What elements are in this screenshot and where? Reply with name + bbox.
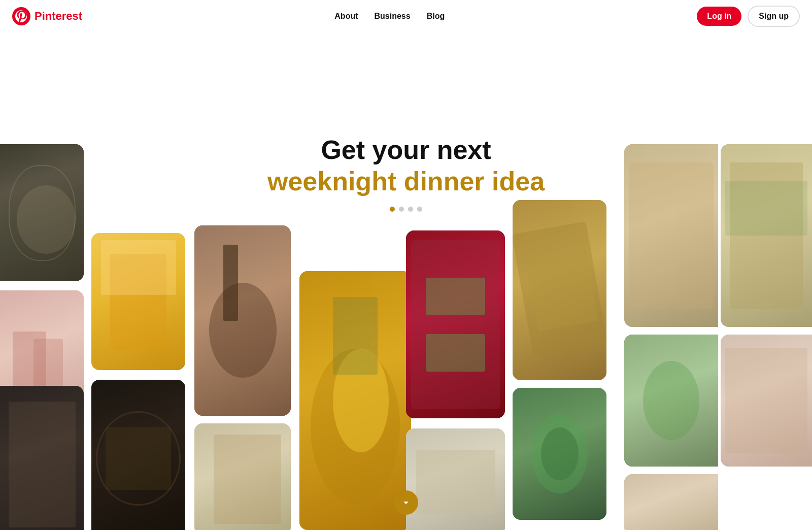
hero-subtitle: weeknight dinner idea xyxy=(267,165,545,197)
svg-point-0 xyxy=(12,7,30,25)
nav-buttons: Log in Sign up xyxy=(697,6,800,27)
food-card xyxy=(91,233,185,370)
nav-links: About Business Blog xyxy=(334,12,445,21)
hero-title: Get your next xyxy=(267,134,545,165)
food-card xyxy=(624,474,718,530)
dot-3[interactable] xyxy=(408,207,413,212)
food-card xyxy=(0,386,84,530)
food-card xyxy=(624,335,718,467)
header: Pinterest About Business Blog Log in Sig… xyxy=(0,0,812,32)
signup-button[interactable]: Sign up xyxy=(748,6,800,27)
food-card xyxy=(406,230,505,418)
food-card xyxy=(513,388,606,520)
nav-blog[interactable]: Blog xyxy=(427,12,445,21)
dot-1[interactable] xyxy=(390,207,395,212)
logo[interactable]: Pinterest xyxy=(12,7,82,25)
food-card xyxy=(194,423,291,530)
hero-dots xyxy=(267,207,545,212)
nav-about[interactable]: About xyxy=(334,12,358,21)
food-card xyxy=(721,144,812,327)
nav-business[interactable]: Business xyxy=(375,12,411,21)
food-card xyxy=(0,144,84,281)
food-card xyxy=(406,428,505,530)
hero-text-block: Get your next weeknight dinner idea xyxy=(267,134,545,212)
food-card xyxy=(721,335,812,467)
dot-2[interactable] xyxy=(399,207,404,212)
food-card xyxy=(624,144,718,327)
food-card xyxy=(299,271,411,530)
food-card xyxy=(513,200,606,380)
login-button[interactable]: Log in xyxy=(697,7,741,26)
pinterest-logo-icon xyxy=(12,7,30,25)
food-card xyxy=(91,380,185,530)
masonry-grid xyxy=(0,32,812,530)
main-content: Get your next weeknight dinner idea xyxy=(0,32,812,530)
food-card xyxy=(194,225,291,416)
scroll-down-button[interactable] xyxy=(394,490,418,515)
dot-4[interactable] xyxy=(417,207,422,212)
chevron-down-icon xyxy=(400,496,412,509)
logo-text: Pinterest xyxy=(35,10,82,23)
